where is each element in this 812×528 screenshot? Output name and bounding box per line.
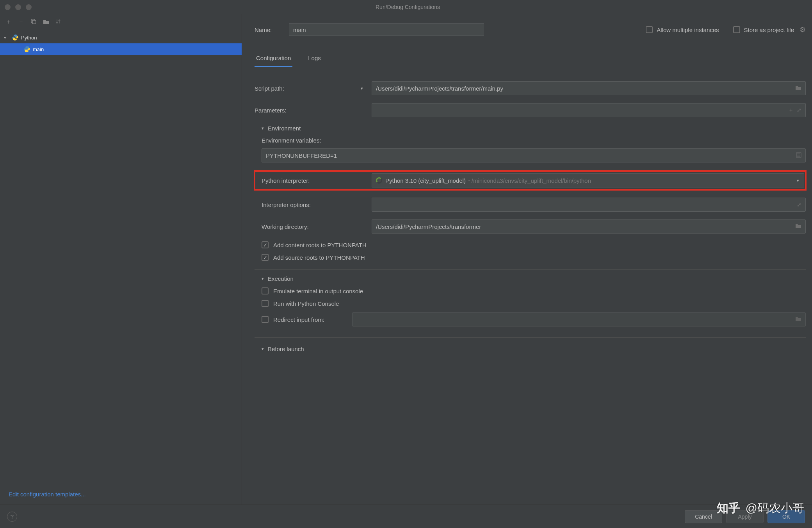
emulate-terminal-checkbox[interactable]: Emulate terminal in output console (262, 287, 806, 294)
maximize-window-icon[interactable] (26, 4, 32, 10)
python-icon (23, 46, 30, 53)
copy-config-icon[interactable] (30, 18, 37, 26)
checkbox-checked-icon (262, 254, 269, 261)
redirect-input-label: Redirect input from: (273, 316, 347, 323)
svg-rect-1 (32, 20, 36, 24)
gear-icon[interactable]: ⚙ (800, 25, 806, 34)
separator (255, 269, 806, 270)
workdir-input[interactable] (372, 219, 806, 234)
tree-item-main[interactable]: main (0, 43, 242, 55)
folder-icon[interactable] (795, 223, 801, 230)
tree-category-label: Python (21, 35, 37, 41)
checkbox-icon (262, 287, 269, 294)
parameters-input[interactable]: ＋ ⤢ (372, 103, 806, 117)
tab-configuration[interactable]: Configuration (255, 51, 292, 67)
redirect-input-field[interactable] (352, 312, 806, 326)
python-icon (12, 34, 19, 41)
close-window-icon[interactable] (5, 4, 11, 10)
help-button[interactable]: ? (7, 512, 17, 522)
add-config-icon[interactable]: ＋ (5, 18, 12, 26)
interpreter-dropdown[interactable]: Python 3.10 (city_uplift_model) ~/minico… (372, 173, 804, 187)
interpreter-name: Python 3.10 (city_uplift_model) (385, 177, 466, 184)
name-label: Name: (255, 27, 280, 33)
right-panel: Name: Allow multiple instances Store as … (242, 14, 812, 505)
add-icon[interactable]: ＋ (788, 107, 794, 114)
window-controls[interactable] (5, 4, 32, 10)
chevron-down-icon: ▾ (262, 126, 264, 131)
edit-templates-link[interactable]: Edit configuration templates... (0, 485, 242, 505)
redirect-input-row: Redirect input from: (262, 312, 806, 326)
config-toolbar: ＋ － (0, 14, 242, 32)
interp-options-input[interactable]: ⤢ (372, 198, 806, 212)
store-project-label: Store as project file (744, 27, 794, 33)
tab-logs[interactable]: Logs (306, 51, 322, 67)
environment-section-header[interactable]: ▾ Environment (262, 125, 806, 132)
checkbox-checked-icon (262, 241, 269, 248)
before-launch-section-header[interactable]: ▾ Before launch (262, 346, 806, 352)
add-source-roots-checkbox[interactable]: Add source roots to PYTHONPATH (262, 254, 806, 261)
sort-config-icon[interactable] (55, 19, 61, 26)
folder-icon[interactable] (795, 85, 801, 91)
tree-item-label: main (33, 46, 44, 52)
env-vars-input[interactable] (262, 148, 806, 162)
interpreter-path: ~/miniconda3/envs/city_uplift_model/bin/… (468, 177, 591, 184)
interpreter-label: Python interpreter: (262, 177, 310, 184)
env-vars-label: Environment variables: (262, 137, 806, 144)
workdir-label: Working directory: (262, 223, 309, 230)
checkbox-icon (733, 26, 740, 33)
store-project-checkbox[interactable]: Store as project file ⚙ (733, 25, 806, 34)
python-console-checkbox[interactable]: Run with Python Console (262, 300, 806, 307)
chevron-down-icon: ▾ (797, 178, 799, 183)
chevron-down-icon: ▾ (262, 346, 264, 351)
name-input[interactable] (289, 23, 484, 36)
allow-multiple-checkbox[interactable]: Allow multiple instances (646, 26, 719, 33)
execution-section-header[interactable]: ▾ Execution (262, 275, 806, 282)
window-title: Run/Debug Configurations (32, 4, 784, 10)
watermark: 知乎知乎 @码农小哥@码农小哥 (717, 500, 804, 516)
dialog-footer: ? Cancel Apply OK (0, 505, 812, 528)
chevron-down-icon: ▾ (262, 276, 264, 281)
checkbox-icon (646, 26, 653, 33)
separator (255, 337, 806, 338)
tree-python-category[interactable]: ▾ Python (0, 32, 242, 43)
list-icon[interactable] (796, 152, 801, 159)
checkbox-icon (262, 300, 269, 307)
checkbox-icon[interactable] (262, 316, 269, 323)
left-panel: ＋ － ▾ Python (0, 14, 242, 505)
config-tree[interactable]: ▾ Python main (0, 32, 242, 485)
expand-icon[interactable]: ⤢ (797, 107, 801, 113)
loading-spinner-icon (376, 177, 382, 184)
config-tabs: Configuration Logs (255, 51, 806, 67)
minimize-window-icon[interactable] (15, 4, 21, 10)
add-content-roots-checkbox[interactable]: Add content roots to PYTHONPATH (262, 241, 806, 248)
folder-icon[interactable] (795, 316, 801, 323)
interp-options-label: Interpreter options: (262, 202, 311, 208)
remove-config-icon[interactable]: － (18, 18, 24, 26)
chevron-down-icon[interactable]: ▾ (361, 86, 363, 91)
script-path-input[interactable] (372, 81, 806, 95)
parameters-label: Parameters: (255, 107, 287, 114)
script-path-label: Script path: (255, 85, 284, 92)
allow-multiple-label: Allow multiple instances (657, 27, 719, 33)
chevron-down-icon: ▾ (4, 35, 9, 40)
folder-config-icon[interactable] (43, 19, 49, 26)
titlebar: Run/Debug Configurations (0, 0, 812, 14)
expand-icon[interactable]: ⤢ (797, 202, 801, 208)
